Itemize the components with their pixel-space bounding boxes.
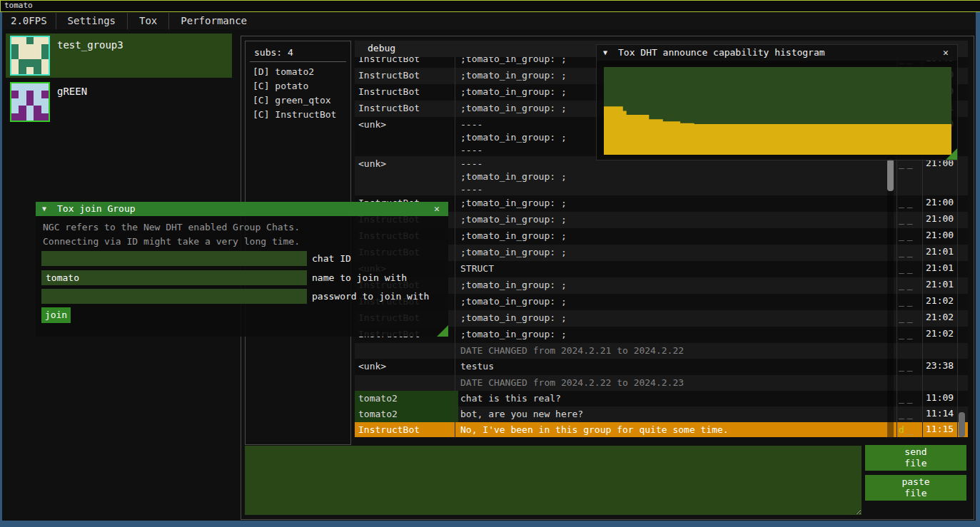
- menu-item-performance[interactable]: Performance: [169, 13, 258, 29]
- date-row[interactable]: DATE CHANGED from 2024.2.22 to 2024.2.23: [355, 375, 968, 391]
- app-window: tomato 2.0FPSSettingsToxPerformance test…: [0, 0, 980, 527]
- menu-bar: 2.0FPSSettingsToxPerformance: [2, 13, 976, 29]
- chat-scrollbar-thumb[interactable]: [887, 159, 894, 191]
- delivery-status: __: [899, 156, 923, 195]
- sender-name: tomato2: [355, 391, 458, 406]
- sender-name: <unk>: [355, 359, 458, 375]
- delivery-status: __: [899, 406, 923, 422]
- chat-row[interactable]: <unk>testus__23:38: [355, 359, 968, 375]
- sender-name: <unk>: [355, 117, 458, 156]
- members-separator: [250, 61, 346, 62]
- join-group-dialog: ▼ Tox join Group ✕ NGC refers to the New…: [36, 202, 448, 337]
- window-title: tomato: [4, 1, 33, 10]
- join-dialog-title: Tox join Group: [57, 202, 136, 216]
- paste-file-button[interactable]: pastefile: [865, 475, 966, 501]
- menu-item-tox[interactable]: Tox: [128, 13, 169, 29]
- chat-row[interactable]: InstructBotNo, I've been in this group f…: [355, 422, 968, 437]
- join-password-label: password to join with: [312, 289, 429, 304]
- message-text: ;tomato_in_group: ;: [455, 228, 887, 245]
- chat-row[interactable]: tomato2bot, are you new here?__11:14: [355, 406, 968, 422]
- collapse-icon[interactable]: ▼: [603, 45, 607, 61]
- message-text: ;tomato_in_group: ;: [455, 212, 887, 228]
- column-separator: [455, 57, 455, 437]
- message-text: ;tomato_in_group: ;: [455, 310, 887, 327]
- dialog-description-line: Connecting via ID might take a very long…: [43, 235, 300, 248]
- sender-name: InstructBot: [355, 422, 458, 437]
- message-text: STRUCT: [455, 261, 887, 277]
- window-titlebar[interactable]: tomato: [0, 0, 980, 12]
- delivery-status: __: [899, 359, 923, 375]
- member-item[interactable]: [C] potato: [253, 79, 336, 93]
- group-avatar: [10, 82, 50, 122]
- message-text: ;tomato_in_group: ;: [455, 327, 887, 343]
- join-password-field[interactable]: [41, 289, 307, 304]
- chat-row[interactable]: tomato2chat is this real?__11:09: [355, 391, 968, 406]
- chat-row[interactable]: <unk>----;tomato_in_group: ;----__21:00: [355, 156, 968, 195]
- join-dialog-titlebar[interactable]: ▼ Tox join Group ✕: [36, 202, 448, 216]
- group-avatar: [10, 36, 50, 76]
- date-changed-text: DATE CHANGED from 2024.2.22 to 2024.2.23: [460, 377, 684, 389]
- delivery-status: __: [899, 391, 923, 406]
- delivery-status: __: [899, 261, 923, 277]
- delivery-status: __: [899, 294, 923, 310]
- delivery-status: __: [899, 228, 923, 245]
- join-button[interactable]: join: [41, 307, 71, 323]
- send-file-button[interactable]: sendfile: [865, 445, 966, 471]
- member-item[interactable]: [C] green_qtox: [253, 93, 336, 108]
- chat-id-field[interactable]: [41, 251, 307, 266]
- message-text: chat is this real?: [455, 391, 887, 406]
- chat-id-label: chat ID: [312, 251, 351, 266]
- delivery-status: d_: [899, 422, 923, 437]
- delivery-status: __: [899, 310, 923, 327]
- resize-grip-icon[interactable]: [437, 325, 448, 337]
- delivery-status: __: [899, 212, 923, 228]
- sender-name: InstructBot: [355, 101, 458, 117]
- close-icon[interactable]: ✕: [940, 45, 951, 61]
- window-frame-right: [976, 12, 980, 521]
- join-name-label: name to join with: [312, 270, 407, 285]
- members-list: [D] tomato2[C] potato[C] green_qtox[C] I…: [253, 65, 336, 122]
- sender-name: tomato2: [355, 406, 458, 422]
- close-icon[interactable]: ✕: [431, 202, 443, 216]
- join-name-field[interactable]: tomato: [41, 270, 307, 285]
- member-item[interactable]: [D] tomato2: [253, 65, 336, 79]
- sender-name: InstructBot: [355, 68, 458, 84]
- date-row[interactable]: DATE CHANGED from 2024.2.21 to 2024.2.22: [355, 343, 968, 359]
- panel-scrollbar-thumb[interactable]: [959, 412, 965, 437]
- group-item-test_group3[interactable]: test_group3: [6, 34, 232, 78]
- histogram-plot: [604, 67, 951, 155]
- collapse-icon[interactable]: ▼: [42, 202, 46, 216]
- members-count: subs: 4: [254, 47, 293, 58]
- message-text: ;tomato_in_group: ;: [455, 294, 887, 310]
- member-item[interactable]: [C] InstructBot: [253, 108, 336, 122]
- menu-item-2-0fps[interactable]: 2.0FPS: [2, 13, 56, 29]
- message-input[interactable]: [245, 446, 862, 515]
- histogram-window: ▼ Tox DHT announce capability histogram …: [596, 44, 958, 160]
- message-text: ----;tomato_in_group: ;----: [455, 156, 887, 195]
- window-frame-left: [0, 12, 2, 521]
- message-text: No, I've been in this group for quite so…: [455, 422, 887, 437]
- message-text: testus: [455, 359, 887, 375]
- sender-name: InstructBot: [355, 84, 458, 101]
- delivery-status: __: [899, 195, 923, 212]
- group-name: gREEN: [57, 86, 87, 97]
- group-name: test_group3: [57, 39, 123, 51]
- sender-name: <unk>: [355, 156, 458, 195]
- delivery-status: __: [899, 277, 923, 294]
- menu-item-settings[interactable]: Settings: [56, 13, 128, 29]
- message-text: ;tomato_in_group: ;: [455, 245, 887, 261]
- dialog-description-line: NGC refers to the New DHT enabled Group …: [43, 221, 300, 234]
- delivery-status: __: [899, 245, 923, 261]
- message-text: ;tomato_in_group: ;: [455, 195, 887, 212]
- date-changed-text: DATE CHANGED from 2024.2.21 to 2024.2.22: [460, 344, 684, 357]
- histogram-window-title: Tox DHT announce capability histogram: [618, 45, 825, 61]
- resize-grip-icon[interactable]: [946, 148, 957, 160]
- histogram-area: [604, 67, 951, 155]
- tab-debug[interactable]: debug: [368, 43, 395, 53]
- histogram-window-titlebar[interactable]: ▼ Tox DHT announce capability histogram …: [597, 45, 957, 61]
- delivery-status: __: [899, 327, 923, 343]
- message-text: bot, are you new here?: [455, 406, 887, 422]
- message-text: ;tomato_in_group: ;: [455, 277, 887, 294]
- group-item-gREEN[interactable]: gREEN: [6, 80, 232, 124]
- sender-name: InstructBot: [355, 57, 458, 68]
